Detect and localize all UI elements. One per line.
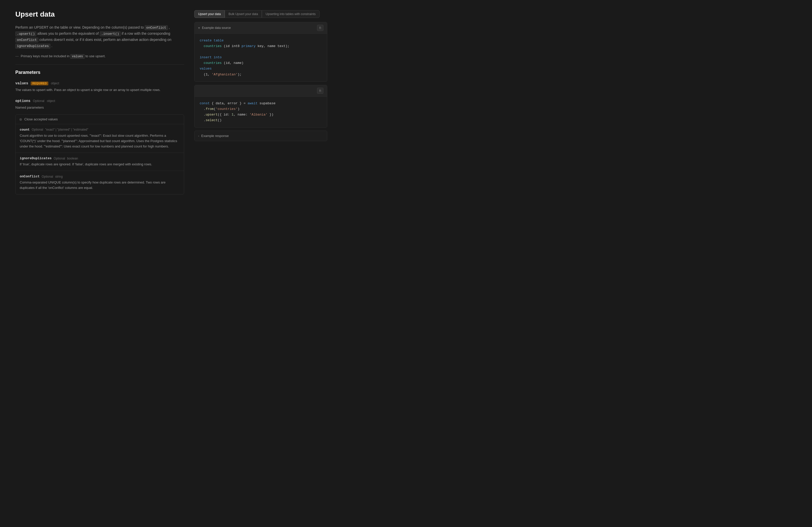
param-values-name: values	[15, 81, 28, 85]
description: Perform an UPSERT on the table or view. …	[15, 25, 184, 49]
code-onconflict: onConflict	[145, 25, 168, 30]
js-line-1: const { data, error } = await supabase	[200, 101, 322, 106]
sub-param-count-name: count	[20, 128, 30, 132]
sub-param-ignore-duplicates-name: ignoreDuplicates	[20, 157, 52, 160]
sub-param-on-conflict-type: string	[55, 175, 63, 178]
sub-param-count-desc: Count algorithm to use to count upserted…	[20, 133, 180, 149]
tab-bar: Upsert your data Bulk Upsert your data U…	[194, 10, 327, 18]
example-data-source-header: ▾ Example data source ⎘	[194, 22, 327, 34]
badge-required: REQUIRED	[31, 82, 48, 85]
param-options-name: options	[15, 99, 30, 103]
js-line-4: .select()	[200, 118, 322, 123]
param-options: options Optional object Named parameters…	[15, 99, 184, 194]
param-values-desc: The values to upsert with. Pass an objec…	[15, 87, 184, 93]
sub-param-ignore-duplicates-desc: If 'true', duplicate rows are ignored. I…	[20, 162, 180, 167]
circle-x-icon: ⊗	[19, 117, 22, 121]
sql-line-2: countries (id int8 primary key, name tex…	[200, 43, 322, 49]
example-response-title: Example response	[201, 134, 229, 138]
copy-sql-button[interactable]: ⎘	[317, 25, 323, 31]
divider	[15, 64, 184, 65]
page-title: Upsert data	[15, 10, 184, 18]
note-text: Primary keys must be included in values …	[21, 54, 105, 58]
example-response-section: › Example response	[194, 131, 327, 141]
note-code-values: values	[70, 54, 84, 59]
sub-param-ignore-duplicates-type: boolean	[67, 157, 78, 160]
sub-param-on-conflict: onConflict Optional string Comma-separat…	[16, 171, 184, 194]
close-accepted-values-btn[interactable]: ⊗ Close accepted values	[16, 115, 184, 124]
sub-param-ignore-duplicates-header: ignoreDuplicates Optional boolean	[20, 157, 180, 160]
right-panel: Upsert your data Bulk Upsert your data U…	[194, 10, 327, 201]
sql-code-block: create table countries (id int8 primary …	[194, 34, 327, 82]
collapse-icon[interactable]: ▾	[198, 26, 200, 30]
sql-line-3: insert into	[200, 55, 322, 60]
sub-param-count-optional: Optional	[32, 128, 43, 131]
sub-param-count-type: "exact" | "planned" | "estimated"	[45, 128, 88, 131]
sub-param-on-conflict-name: onConflict	[20, 175, 40, 178]
chevron-right-icon: ›	[198, 134, 199, 138]
note-dash: —	[15, 54, 19, 58]
parameters-heading: Parameters	[15, 70, 184, 75]
js-code-block: const { data, error } = await supabase .…	[194, 97, 327, 127]
js-line-2: .from('countries')	[200, 106, 322, 112]
copy-js-button[interactable]: ⎘	[317, 88, 323, 94]
note: — Primary keys must be included in value…	[15, 54, 184, 58]
sql-line-6: (1, 'Afghanistan');	[200, 72, 322, 77]
param-values-header: values REQUIRED object	[15, 81, 184, 85]
sub-param-on-conflict-header: onConflict Optional string	[20, 175, 180, 178]
code-insert: .insert()	[100, 31, 121, 36]
sub-param-ignore-duplicates-optional: Optional	[54, 157, 65, 160]
param-values-type: object	[51, 82, 59, 85]
sub-param-ignore-duplicates: ignoreDuplicates Optional boolean If 'tr…	[16, 152, 184, 171]
sub-param-on-conflict-optional: Optional	[42, 175, 53, 178]
tab-bulk-upsert[interactable]: Bulk Upsert your data	[225, 10, 262, 18]
code-ignore-dupes: ignoreDuplicates	[15, 44, 50, 48]
param-values: values REQUIRED object The values to ups…	[15, 81, 184, 93]
js-code-header: ⎘	[194, 85, 327, 97]
tab-upsert-your-data[interactable]: Upsert your data	[194, 10, 225, 18]
sql-line-5: values	[200, 66, 322, 72]
param-options-type: object	[47, 99, 55, 103]
code-upsert: .upsert()	[15, 31, 36, 36]
sql-line-4: countries (id, name)	[200, 60, 322, 66]
left-panel: Upsert data Perform an UPSERT on the tab…	[15, 10, 184, 201]
accepted-values-box: ⊗ Close accepted values count Optional "…	[15, 115, 184, 194]
js-code-section: ⎘ const { data, error } = await supabase…	[194, 85, 327, 128]
js-line-3: .upsert({ id: 1, name: 'Albania' })	[200, 112, 322, 118]
example-data-source-section: ▾ Example data source ⎘ create table cou…	[194, 22, 327, 82]
code-onconflict2: onConflict	[15, 38, 38, 42]
sub-param-on-conflict-desc: Comma-separated UNIQUE column(s) to spec…	[20, 180, 180, 191]
param-options-header: options Optional object	[15, 99, 184, 103]
sub-param-count: count Optional "exact" | "planned" | "es…	[16, 124, 184, 152]
sub-param-count-header: count Optional "exact" | "planned" | "es…	[20, 128, 180, 132]
badge-optional: Optional	[33, 99, 44, 103]
tab-upsert-constraints[interactable]: Upserting into tables with constraints	[262, 10, 319, 18]
accepted-values-label: Close accepted values	[24, 117, 58, 121]
example-data-source-title: Example data source	[202, 26, 231, 30]
param-options-desc: Named parameters	[15, 105, 184, 111]
example-response-header[interactable]: › Example response	[194, 131, 327, 141]
sql-line-1: create table	[200, 38, 322, 43]
